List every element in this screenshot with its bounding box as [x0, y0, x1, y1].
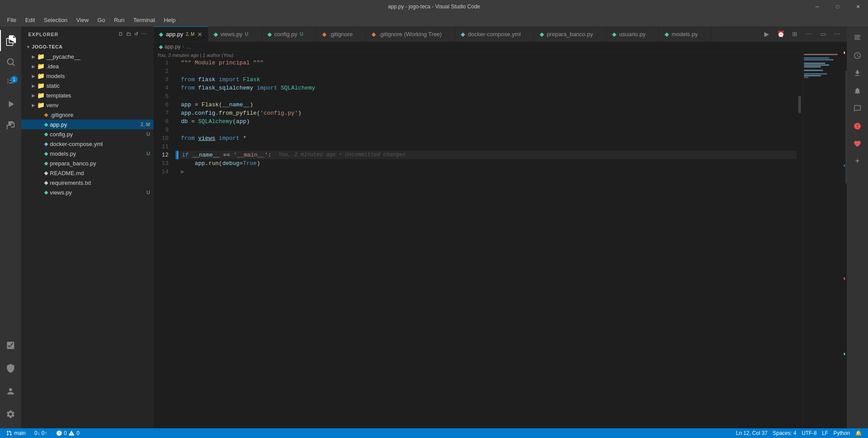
- menu-terminal[interactable]: Terminal: [130, 15, 158, 25]
- breadcrumb-item-file[interactable]: app.py: [165, 44, 180, 50]
- sidebar-item-models-py[interactable]: ▶ ◆ models.py U: [21, 149, 154, 158]
- sidebar-item-requirements[interactable]: ▶ ◆ requirements.txt: [21, 178, 154, 187]
- customize-layout-btn[interactable]: ⋯: [831, 28, 843, 40]
- split-editor-btn[interactable]: ⊞: [789, 28, 801, 40]
- menu-edit[interactable]: Edit: [22, 15, 38, 25]
- sidebar-item-config-py[interactable]: ▶ ◆ config.py U: [21, 129, 154, 139]
- line-num-6: 6: [154, 101, 172, 109]
- code-editor[interactable]: 1 2 3 4 5 6 7 8 9 10 11 12 13 14: [154, 59, 803, 428]
- sync-status[interactable]: 0↓ 0↑: [32, 430, 50, 436]
- code-line-12: if __name__ == '__main__':You, 2 minutes…: [177, 151, 797, 159]
- new-folder-icon[interactable]: 🗀: [126, 31, 132, 37]
- run-code-btn[interactable]: ▶: [760, 28, 773, 40]
- heart-icon[interactable]: [849, 136, 865, 152]
- feedback-status[interactable]: 🔔: [853, 430, 864, 436]
- tab-config-py[interactable]: ◆ config.py U ✕: [262, 26, 317, 42]
- line-ending-status[interactable]: LF: [819, 430, 831, 436]
- code-content[interactable]: """ Module principal """ from flask impo…: [177, 59, 797, 428]
- sidebar-label-static: static: [46, 82, 154, 89]
- tree-arrow-idea: ▶: [30, 64, 37, 69]
- status-right: Ln 12, Col 37 Spaces: 4 UTF-8 LF Python …: [733, 430, 864, 436]
- tab-gitignore-working[interactable]: ◆ .gitignore (Working Tree) ✕: [366, 26, 455, 42]
- breadcrumb-item-symbol[interactable]: …: [186, 44, 191, 50]
- sidebar-item-templates[interactable]: ▶ 📁 templates: [21, 90, 154, 100]
- folder-icon-pycache: 📁: [37, 53, 45, 60]
- outline-icon[interactable]: [849, 30, 865, 46]
- menu-help[interactable]: Help: [160, 15, 179, 25]
- download-icon[interactable]: [849, 65, 865, 81]
- sidebar-item-docker[interactable]: ▶ ◆ docker-compose.yml: [21, 139, 154, 149]
- sidebar-project-root[interactable]: ▼ JOGO-TECA: [21, 42, 154, 52]
- feedback-icon: 🔔: [855, 430, 862, 436]
- line-num-13: 13: [154, 159, 172, 168]
- sidebar-item-venv[interactable]: ▶ 📁 venv: [21, 100, 154, 110]
- source-control-activity-icon[interactable]: 1: [0, 72, 21, 94]
- line-num-2: 2: [154, 67, 172, 75]
- encoding-status[interactable]: UTF-8: [799, 430, 819, 436]
- editor-scrollbar[interactable]: [797, 59, 803, 428]
- sidebar-item-prepara[interactable]: ▶ ◆ prepara_banco.py: [21, 158, 154, 168]
- accounts-activity-icon[interactable]: [0, 381, 21, 402]
- sidebar-item-pycache[interactable]: ▶ 📁 __pycache__: [21, 52, 154, 61]
- sidebar-item-views-py[interactable]: ▶ ◆ views.py U: [21, 187, 154, 197]
- tab-usuario[interactable]: ◆ usuario.py ✕: [607, 26, 659, 42]
- tab-docker[interactable]: ◆ docker-compose.yml ✕: [455, 26, 534, 42]
- tab-label-usuario: usuario.py: [619, 31, 646, 37]
- folder-icon-idea: 📁: [37, 63, 45, 70]
- settings-activity-icon[interactable]: [0, 404, 21, 425]
- close-button[interactable]: ✕: [848, 0, 868, 13]
- sidebar-item-idea[interactable]: ▶ 📁 .idea: [21, 61, 154, 71]
- menu-file[interactable]: File: [4, 15, 20, 25]
- minimap-line-10: [804, 70, 823, 71]
- minimize-button[interactable]: ─: [807, 0, 827, 13]
- extensions-activity-icon[interactable]: [0, 115, 21, 136]
- files-activity-icon[interactable]: [0, 30, 21, 51]
- refresh-icon[interactable]: ↺: [134, 31, 139, 37]
- minimap-line-7: [804, 64, 829, 66]
- tab-label-app-py: app.py: [166, 31, 183, 37]
- scrollbar-thumb[interactable]: [798, 96, 801, 113]
- line-col-status[interactable]: Ln 12, Col 37: [733, 430, 770, 436]
- sidebar-item-readme[interactable]: ▶ ◆ README.md: [21, 168, 154, 178]
- tab-app-py[interactable]: ◆ app.py 2, M ✕: [154, 26, 208, 42]
- sparkle-icon[interactable]: [849, 153, 865, 169]
- toggle-panel-btn[interactable]: ▭: [817, 28, 829, 40]
- menu-run[interactable]: Run: [110, 15, 128, 25]
- error-count[interactable]: 0 0: [53, 430, 82, 436]
- collapse-all-icon[interactable]: ⋯: [141, 31, 147, 37]
- tree-arrow-static: ▶: [30, 83, 37, 88]
- notification-icon[interactable]: [849, 83, 865, 99]
- minimap-thumb: [845, 71, 847, 183]
- chat-icon[interactable]: [849, 101, 865, 116]
- menu-view[interactable]: View: [73, 15, 92, 25]
- minimap-line-12: [804, 73, 827, 75]
- run-debug-activity-icon[interactable]: [0, 94, 21, 115]
- more-actions-btn[interactable]: ⋯: [803, 28, 815, 40]
- maximize-button[interactable]: □: [827, 0, 848, 13]
- code-line-2: [177, 67, 797, 75]
- timeline-right-icon[interactable]: [849, 48, 865, 64]
- sidebar-item-static[interactable]: ▶ 📁 static: [21, 81, 154, 90]
- tab-icon-prepara: ◆: [540, 31, 544, 37]
- tab-gitignore[interactable]: ◆ .gitignore ✕: [317, 26, 366, 42]
- new-file-icon[interactable]: 🗋: [118, 31, 124, 37]
- tab-prepara[interactable]: ◆ prepara_banco.py ✕: [534, 26, 607, 42]
- search-activity-icon[interactable]: [0, 51, 21, 72]
- git-branch-status[interactable]: main: [4, 430, 28, 436]
- tab-icon-gitignore-working: ◆: [372, 31, 376, 37]
- sidebar-item-app-py[interactable]: ▶ ◆ app.py 2, M: [21, 120, 154, 129]
- menu-go[interactable]: Go: [94, 15, 109, 25]
- spaces-status[interactable]: Spaces: 4: [770, 430, 799, 436]
- remote-explorer-activity-icon[interactable]: [0, 358, 21, 379]
- tab-close-app-py[interactable]: ✕: [197, 31, 203, 38]
- file-icon-readme: ◆: [44, 170, 48, 176]
- timeline-btn[interactable]: ⏰: [774, 28, 787, 40]
- tab-views-py[interactable]: ◆ views.py U ✕: [208, 26, 262, 42]
- tab-models-py[interactable]: ◆ models.py ✕: [659, 26, 711, 42]
- language-status[interactable]: Python: [831, 430, 853, 436]
- sidebar-item-gitignore[interactable]: ▶ ◆ .gitignore: [21, 110, 154, 120]
- menu-selection[interactable]: Selection: [40, 15, 71, 25]
- error-icon[interactable]: [849, 118, 865, 134]
- sidebar-item-models[interactable]: ▶ 📁 models: [21, 71, 154, 81]
- testing-activity-icon[interactable]: [0, 335, 21, 356]
